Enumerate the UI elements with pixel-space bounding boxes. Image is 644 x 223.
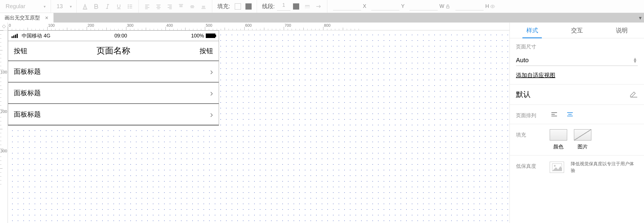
font-family-value: Regular — [6, 3, 25, 10]
valign-middle-button[interactable] — [187, 1, 197, 12]
svg-point-37 — [492, 6, 493, 7]
font-size-group: 13 ▾ — [51, 0, 77, 13]
horizontal-ruler[interactable]: 0100200300400500600700800 — [8, 23, 509, 30]
text-style-group — [77, 0, 139, 13]
caret-down-icon: ▾ — [44, 4, 46, 9]
list-item[interactable]: 面板标题› — [8, 61, 219, 82]
page-size-label: 页面尺寸 — [516, 43, 638, 50]
network-label: 4G — [44, 33, 50, 39]
h-label: H — [485, 3, 489, 9]
battery-label: 100% — [191, 33, 204, 39]
valign-bottom-button[interactable] — [198, 1, 209, 12]
line-color-button[interactable] — [291, 1, 301, 12]
font-family-group: Regular ▾ — [0, 0, 51, 13]
edit-icon[interactable] — [630, 92, 638, 98]
page-size-section: 页面尺寸 Auto ▲▼ 添加自适应视图 — [510, 38, 644, 84]
fill-color-swatch[interactable] — [245, 3, 252, 10]
page-align-label: 页面排列 — [516, 110, 550, 119]
main-area: 0100200300400500600700800 100200300 中国移动 — [0, 23, 644, 223]
nav-left-button[interactable]: 按钮 — [14, 46, 27, 55]
tab-style-label: 样式 — [526, 26, 538, 34]
tab-interact[interactable]: 交互 — [554, 23, 599, 38]
top-toolbar: Regular ▾ 13 ▾ 填充: 线段: 1 X Y — [0, 0, 644, 13]
align-left-button[interactable] — [142, 1, 152, 12]
device-frame[interactable]: 中国移动 4G 09:00 100% 按钮 页面名称 按钮 — [8, 30, 219, 126]
list-item-title: 面板标题 — [14, 88, 210, 97]
italic-button[interactable] — [102, 1, 113, 12]
font-size-select[interactable]: 13 ▾ — [54, 2, 73, 11]
tab-style[interactable]: 样式 — [510, 23, 554, 38]
list-item[interactable]: 面板标题› — [8, 104, 219, 125]
fill-image-label: 图片 — [578, 143, 588, 150]
font-color-button[interactable] — [80, 1, 90, 12]
h-field[interactable]: H — [455, 3, 495, 10]
page-align-section: 页面排列 — [510, 105, 644, 124]
font-size-value: 13 — [57, 3, 63, 10]
caret-down-icon: ▾ — [70, 4, 72, 9]
close-icon[interactable]: × — [45, 15, 48, 21]
x-field[interactable]: X — [333, 3, 366, 10]
line-group: 线段: 1 — [257, 0, 328, 13]
tab-notes-label: 说明 — [616, 26, 628, 34]
add-adaptive-link[interactable]: 添加自适应视图 — [516, 72, 555, 79]
chevron-right-icon: › — [210, 66, 213, 77]
list-button[interactable] — [125, 1, 135, 12]
svg-rect-0 — [83, 9, 87, 9]
chevron-right-icon: › — [210, 109, 213, 120]
page-tab-title: 画出无交互原型 — [5, 14, 40, 21]
page-align-left[interactable] — [550, 110, 559, 119]
canvas-wrapper: 0100200300400500600700800 100200300 中国移动 — [0, 23, 509, 223]
fill-image-option[interactable]: 图片 — [574, 129, 591, 150]
y-field[interactable]: Y — [371, 3, 404, 10]
page-size-value: Auto — [516, 57, 529, 64]
lock-icon[interactable] — [445, 4, 450, 9]
default-section: 默认 — [510, 84, 644, 105]
time-label: 09:00 — [50, 33, 191, 39]
align-group — [139, 0, 212, 13]
default-header: 默认 — [516, 90, 531, 99]
nav-bar: 按钮 页面名称 按钮 — [8, 41, 219, 61]
nav-right-button[interactable]: 按钮 — [200, 46, 213, 55]
inspector-panel: 样式 交互 说明 页面尺寸 Auto ▲▼ 添加自适应视图 默认 页面排列 — [509, 23, 644, 223]
svg-rect-36 — [447, 6, 449, 8]
canvas[interactable]: 中国移动 4G 09:00 100% 按钮 页面名称 按钮 — [8, 30, 509, 223]
line-arrow-button[interactable] — [314, 1, 324, 12]
device-list: 面板标题›面板标题›面板标题› — [8, 61, 219, 125]
list-item[interactable]: 面板标题› — [8, 82, 219, 104]
list-item-title: 面板标题 — [14, 110, 210, 119]
line-style-button[interactable] — [302, 1, 312, 12]
page-align-center[interactable] — [565, 110, 574, 119]
lofi-toggle[interactable] — [550, 162, 564, 173]
valign-top-button[interactable] — [176, 1, 186, 12]
page-tabs-row: 画出无交互原型 × ▾ — [0, 13, 644, 23]
tabs-dropdown[interactable]: ▾ — [637, 13, 644, 23]
page-size-select[interactable]: Auto ▲▼ — [516, 55, 638, 66]
chevron-right-icon: › — [210, 88, 213, 98]
w-field[interactable]: W — [410, 3, 450, 10]
bold-button[interactable] — [91, 1, 101, 12]
align-right-button[interactable] — [165, 1, 175, 12]
geometry-group: X Y W H — [327, 3, 644, 10]
fill-color-option[interactable]: 颜色 — [550, 129, 567, 150]
vertical-ruler[interactable]: 100200300 — [0, 30, 8, 223]
fill-group: 填充: — [212, 0, 257, 13]
visibility-icon[interactable] — [490, 4, 495, 9]
fill-color-label: 颜色 — [553, 143, 564, 150]
underline-button[interactable] — [114, 1, 124, 12]
font-family-select[interactable]: Regular ▾ — [3, 2, 48, 11]
fill-label: 填充 — [516, 129, 550, 138]
x-label: X — [363, 3, 366, 9]
tab-notes[interactable]: 说明 — [599, 23, 644, 38]
svg-point-46 — [554, 165, 556, 167]
svg-line-3 — [107, 4, 108, 8]
fill-none-swatch[interactable] — [235, 3, 241, 10]
status-bar: 中国移动 4G 09:00 100% — [8, 31, 219, 41]
caret-updown-icon: ▲▼ — [633, 57, 637, 63]
canvas-body: 100200300 中国移动 4G 09:00 — [0, 30, 509, 223]
line-width-input[interactable]: 1 — [277, 2, 290, 11]
page-tab[interactable]: 画出无交互原型 × — [0, 13, 54, 23]
fill-label: 填充: — [215, 3, 232, 10]
ruler-origin[interactable] — [0, 23, 8, 30]
align-center-button[interactable] — [153, 1, 164, 12]
w-label: W — [439, 3, 444, 9]
